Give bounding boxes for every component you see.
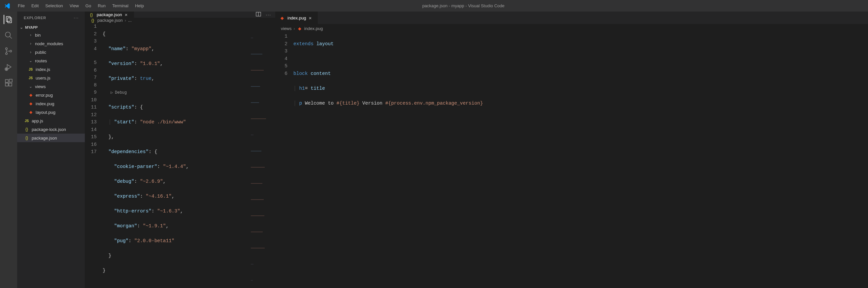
explorer-icon[interactable] [4, 15, 13, 24]
tab-label: package.json [97, 12, 122, 17]
tab-package-json[interactable]: {} package.json × [85, 11, 134, 18]
svg-point-6 [10, 50, 11, 52]
folder-node-modules[interactable]: ›node_modules [17, 39, 85, 48]
file-package-lock[interactable]: {}package-lock.json [17, 125, 85, 134]
breadcrumb-item[interactable]: index.pug [304, 26, 323, 31]
editor-body-left[interactable]: 1 2 3 4 5 6 7 8 9 10 11 12 13 14 15 16 1… [85, 23, 275, 288]
tab-label: index.pug [287, 15, 306, 21]
tabs-bar-left: {} package.json × ··· [85, 11, 275, 18]
project-root[interactable]: ⌄ MYAPP [17, 24, 85, 31]
menu-file[interactable]: File [14, 1, 28, 10]
extensions-icon[interactable] [4, 78, 13, 88]
file-app-js[interactable]: JSapp.js [17, 117, 85, 125]
file-layout-pug[interactable]: ◆layout.pug [17, 108, 85, 117]
debug-icon[interactable] [4, 62, 13, 72]
play-icon: ▷ [111, 89, 113, 97]
folder-label: public [35, 50, 46, 55]
pug-file-icon: ◆ [297, 26, 302, 31]
pug-file-icon: ◆ [280, 15, 285, 21]
file-tree: ›bin ›node_modules ›public ⌄routes JSind… [17, 31, 85, 142]
chevron-right-icon: › [294, 26, 295, 31]
chevron-right-icon: › [28, 50, 33, 55]
project-name: MYAPP [25, 25, 38, 29]
file-label: app.js [32, 119, 43, 123]
folder-label: bin [35, 33, 40, 38]
debug-codelens[interactable]: ▷Debug [103, 90, 275, 96]
svg-rect-0 [6, 17, 10, 22]
svg-rect-10 [5, 83, 8, 86]
js-file-icon: JS [28, 68, 34, 71]
menu-bar: File Edit Selection View Go Run Terminal… [14, 1, 147, 10]
file-label: error.pug [36, 93, 53, 98]
svg-line-3 [9, 36, 12, 39]
svg-point-5 [6, 53, 7, 55]
editor-group-left: {} package.json × ··· {} package.json › … [85, 11, 276, 288]
window-title: package.json - myapp - Visual Studio Cod… [147, 3, 780, 8]
breadcrumb-item[interactable]: views [281, 26, 292, 31]
split-editor-icon[interactable] [256, 11, 261, 18]
breadcrumb-item[interactable]: ... [128, 18, 132, 23]
svg-rect-11 [9, 83, 12, 86]
line-numbers: 1 2 3 4 5 6 [276, 33, 293, 288]
pug-file-icon: ◆ [28, 110, 34, 115]
line-numbers: 1 2 3 4 5 6 7 8 9 10 11 12 13 14 15 16 1… [85, 23, 103, 288]
title-bar: File Edit Selection View Go Run Terminal… [0, 0, 868, 11]
menu-go[interactable]: Go [82, 1, 94, 10]
chevron-down-icon: ⌄ [28, 84, 33, 89]
folder-label: views [35, 84, 46, 89]
minimap[interactable] [251, 23, 274, 59]
svg-rect-1 [8, 18, 11, 23]
pug-file-icon: ◆ [28, 101, 34, 106]
file-label: users.js [36, 75, 51, 81]
chevron-right-icon: › [125, 18, 126, 23]
close-icon[interactable]: × [125, 12, 130, 18]
breadcrumb-item[interactable]: package.json [97, 18, 123, 23]
explorer-more-icon[interactable]: ··· [74, 16, 79, 20]
svg-point-4 [6, 48, 7, 50]
code-content[interactable]: { "name": "myapp", "version": "1.0.1", "… [103, 23, 275, 288]
menu-help[interactable]: Help [132, 1, 147, 10]
menu-terminal[interactable]: Terminal [109, 1, 132, 10]
folder-routes[interactable]: ⌄routes [17, 56, 85, 65]
pug-file-icon: ◆ [28, 93, 34, 97]
file-label: package.json [32, 136, 57, 140]
chevron-right-icon: › [28, 33, 33, 37]
folder-views[interactable]: ⌄views [17, 82, 85, 91]
editor-more-icon[interactable]: ··· [266, 12, 271, 17]
file-package-json[interactable]: {}package.json [17, 134, 85, 142]
file-index-pug[interactable]: ◆index.pug [17, 99, 85, 108]
breadcrumbs-left[interactable]: {} package.json › ... [85, 18, 275, 23]
chevron-right-icon: › [28, 41, 33, 46]
svg-rect-9 [5, 79, 8, 83]
folder-label: routes [35, 58, 47, 63]
json-file-icon: {} [90, 18, 95, 23]
folder-public[interactable]: ›public [17, 48, 85, 56]
close-icon[interactable]: × [309, 15, 314, 21]
menu-edit[interactable]: Edit [28, 1, 42, 10]
menu-view[interactable]: View [66, 1, 82, 10]
tab-index-pug[interactable]: ◆ index.pug × [276, 11, 318, 24]
file-label: package-lock.json [32, 127, 66, 132]
search-icon[interactable] [4, 31, 13, 40]
file-index-js[interactable]: JSindex.js [17, 65, 85, 73]
menu-run[interactable]: Run [94, 1, 109, 10]
vscode-logo-icon [4, 3, 10, 9]
json-file-icon: {} [24, 127, 30, 132]
file-label: index.js [36, 67, 50, 72]
chevron-down-icon: ⌄ [28, 58, 33, 63]
tabs-bar-right: ◆ index.pug × [276, 11, 868, 24]
file-error-pug[interactable]: ◆error.pug [17, 91, 85, 99]
code-content[interactable]: extends layout block content │ h1= title… [293, 33, 868, 288]
editor-group-right: ◆ index.pug × views › ◆ index.pug 1 2 3 … [276, 11, 868, 288]
breadcrumbs-right[interactable]: views › ◆ index.pug [276, 24, 868, 33]
file-users-js[interactable]: JSusers.js [17, 73, 85, 82]
editor-body-right[interactable]: 1 2 3 4 5 6 extends layout block content… [276, 33, 868, 288]
folder-bin[interactable]: ›bin [17, 31, 85, 39]
json-file-icon: {} [24, 136, 30, 140]
file-label: layout.pug [36, 110, 56, 115]
json-file-icon: {} [89, 12, 94, 17]
explorer-title: EXPLORER [24, 16, 46, 20]
file-label: index.pug [36, 101, 54, 106]
source-control-icon[interactable] [4, 46, 13, 56]
menu-selection[interactable]: Selection [42, 1, 66, 10]
